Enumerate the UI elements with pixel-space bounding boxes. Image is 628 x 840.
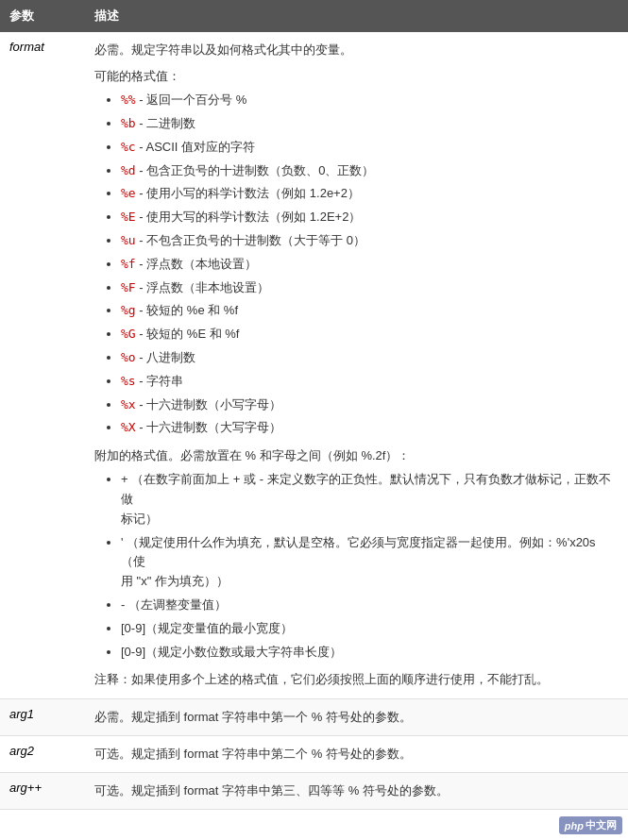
- format-values-list: %% - 返回一个百分号 % %b - 二进制数 %c - ASCII 值对应的…: [94, 91, 619, 438]
- list-item: %c - ASCII 值对应的字符: [121, 138, 619, 158]
- list-item: - （左调整变量值）: [121, 596, 619, 615]
- list-item: %e - 使用小写的科学计数法（例如 1.2e+2）: [121, 184, 619, 204]
- list-item: %E - 使用大写的科学计数法（例如 1.2E+2）: [121, 208, 619, 227]
- list-item: %X - 十六进制数（大写字母）: [121, 418, 619, 438]
- list-item: [0-9]（规定小数位数或最大字符串长度）: [121, 643, 619, 663]
- list-item: %s - 字符串: [121, 372, 619, 392]
- param-argpp: arg++: [0, 772, 85, 809]
- list-item: %b - 二进制数: [121, 114, 619, 134]
- desc-argpp: 可选。规定插到 format 字符串中第三、四等等 % 符号处的参数。: [85, 772, 628, 809]
- table-row-argpp: arg++ 可选。规定插到 format 字符串中第三、四等等 % 符号处的参数…: [0, 772, 628, 809]
- header-param: 参数: [0, 0, 85, 32]
- param-arg2: arg2: [0, 735, 85, 772]
- list-item: + （在数字前面加上 + 或 - 来定义数字的正负性。默认情况下，只有负数才做标…: [121, 470, 619, 529]
- desc-format-intro: 必需。规定字符串以及如何格式化其中的变量。: [94, 40, 619, 60]
- list-item: %u - 不包含正负号的十进制数（大于等于 0）: [121, 231, 619, 251]
- desc-arg1: 必需。规定插到 format 字符串中第一个 % 符号处的参数。: [85, 698, 628, 735]
- desc-arg2: 可选。规定插到 format 字符串中第二个 % 符号处的参数。: [85, 735, 628, 772]
- php-icon-text: php: [565, 820, 584, 832]
- cn-text: 中文网: [586, 818, 617, 832]
- list-item: %f - 浮点数（本地设置）: [121, 255, 619, 275]
- list-item: %o - 八进制数: [121, 348, 619, 368]
- desc-format: 必需。规定字符串以及如何格式化其中的变量。 可能的格式值： %% - 返回一个百…: [85, 32, 628, 698]
- table-row-arg2: arg2 可选。规定插到 format 字符串中第二个 % 符号处的参数。: [0, 735, 628, 772]
- table-row-arg1: arg1 必需。规定插到 format 字符串中第一个 % 符号处的参数。: [0, 698, 628, 735]
- list-item: %g - 较短的 %e 和 %f: [121, 301, 619, 321]
- format-note: 注释：如果使用多个上述的格式值，它们必须按照上面的顺序进行使用，不能打乱。: [94, 669, 619, 690]
- php-badge[interactable]: php 中文网: [559, 816, 622, 834]
- list-item: %% - 返回一个百分号 %: [121, 91, 619, 110]
- desc-format-additional-label: 附加的格式值。必需放置在 % 和字母之间（例如 %.2f）：: [94, 445, 619, 466]
- list-item: [0-9]（规定变量值的最小宽度）: [121, 619, 619, 639]
- additional-values-list: + （在数字前面加上 + 或 - 来定义数字的正负性。默认情况下，只有负数才做标…: [94, 470, 619, 662]
- header-desc: 描述: [85, 0, 628, 32]
- list-item: %G - 较短的 %E 和 %f: [121, 325, 619, 344]
- param-format: format: [0, 32, 85, 698]
- list-item: ' （规定使用什么作为填充，默认是空格。它必须与宽度指定器一起使用。例如：%'x…: [121, 533, 619, 592]
- table-row-format: format 必需。规定字符串以及如何格式化其中的变量。 可能的格式值： %% …: [0, 32, 628, 698]
- list-item: %x - 十六进制数（小写字母）: [121, 395, 619, 415]
- list-item: %F - 浮点数（非本地设置）: [121, 278, 619, 298]
- list-item: %d - 包含正负号的十进制数（负数、0、正数）: [121, 161, 619, 181]
- param-arg1: arg1: [0, 698, 85, 735]
- desc-format-possible-label: 可能的格式值：: [94, 66, 619, 87]
